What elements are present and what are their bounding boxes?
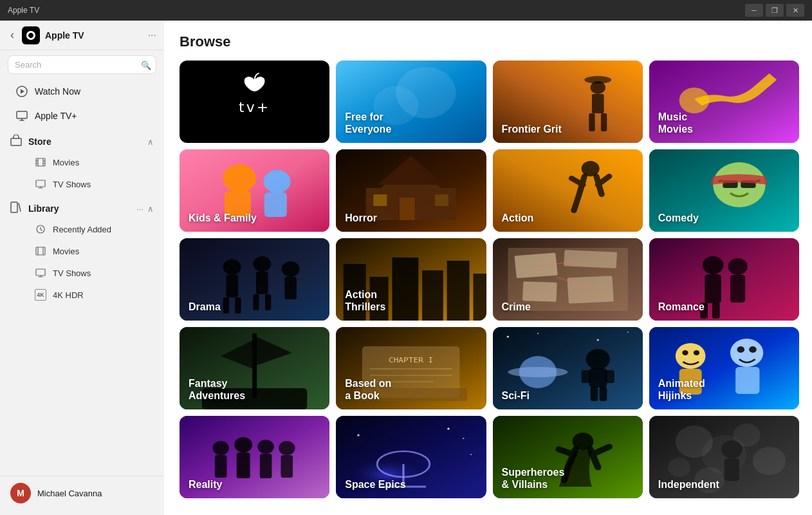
- sidebar-item-tv-shows[interactable]: TV Shows: [5, 174, 159, 194]
- genre-card-space-epics[interactable]: Space Epics: [336, 416, 486, 498]
- svg-rect-102: [605, 370, 614, 383]
- fantasy-adventures-label: FantasyAdventures: [189, 377, 245, 402]
- genre-card-kids-family[interactable]: Kids & Family: [180, 149, 329, 232]
- lib-tv-shows-label: TV Shows: [53, 268, 91, 278]
- sidebar-top: ‹ Apple TV ···: [0, 21, 164, 50]
- svg-rect-54: [253, 294, 259, 310]
- svg-point-96: [627, 332, 628, 333]
- genre-card-superheroes-villains[interactable]: Superheroes& Villains: [493, 416, 643, 498]
- library-section-header: Library ··· ∧: [0, 195, 164, 218]
- svg-rect-101: [581, 370, 590, 383]
- genre-card-action-thrillers[interactable]: ActionThrillers: [336, 238, 486, 321]
- svg-point-130: [357, 435, 359, 436]
- svg-point-117: [234, 437, 252, 453]
- apple-tv-icon: [22, 26, 40, 44]
- sidebar-item-watch-now[interactable]: Watch Now: [5, 80, 159, 103]
- genre-card-sci-fi[interactable]: Sci-Fi: [493, 327, 643, 409]
- library-more-btn[interactable]: ···: [136, 204, 143, 214]
- independent-label: Independent: [658, 478, 719, 491]
- browse-title: Browse: [180, 33, 799, 50]
- svg-rect-49: [226, 275, 238, 297]
- music-movies-label: MusicMovies: [658, 111, 693, 135]
- genre-card-based-on-a-book[interactable]: CHAPTER I Based ona Book: [336, 327, 486, 409]
- minimize-button[interactable]: ─: [745, 4, 763, 17]
- library-title: Library: [28, 203, 59, 214]
- superheroes-villains-label: Superheroes& Villains: [502, 466, 565, 491]
- svg-point-44: [713, 162, 766, 207]
- tv-icon: [15, 109, 28, 122]
- film2-icon: [35, 245, 46, 257]
- svg-rect-16: [36, 269, 45, 276]
- genre-card-action[interactable]: Action: [493, 149, 643, 232]
- user-name: Michael Cavanna: [37, 489, 102, 498]
- 4k-icon: 4K: [35, 289, 46, 301]
- svg-point-98: [508, 367, 567, 377]
- search-input[interactable]: [8, 55, 156, 74]
- sci-fi-label: Sci-Fi: [502, 389, 530, 402]
- main-content: Browse tv+: [164, 21, 812, 515]
- genre-card-reality[interactable]: Reality: [180, 416, 329, 498]
- genre-card-drama[interactable]: Drama: [180, 238, 329, 321]
- svg-point-129: [463, 438, 464, 439]
- svg-point-32: [264, 170, 291, 193]
- svg-rect-118: [237, 453, 250, 478]
- based-on-book-label: Based ona Book: [345, 377, 391, 402]
- svg-rect-13: [36, 247, 45, 255]
- svg-rect-34: [264, 192, 287, 217]
- svg-rect-120: [260, 454, 272, 478]
- store-section-header: Store ∧: [0, 128, 164, 151]
- title-bar-controls: ─ ❐ ✕: [745, 4, 804, 17]
- svg-point-121: [279, 441, 295, 455]
- genre-card-comedy[interactable]: Comedy: [649, 149, 799, 232]
- store-chevron[interactable]: ∧: [147, 137, 154, 147]
- genre-card-fantasy-adventures[interactable]: FantasyAdventures: [180, 327, 329, 409]
- svg-point-119: [257, 440, 274, 454]
- genre-card-frontier-grit[interactable]: Frontier Grit: [493, 61, 643, 143]
- film-icon: [35, 156, 46, 168]
- genre-card-free-for-everyone[interactable]: Free forEveryone: [336, 61, 486, 143]
- sidebar-search: 🔍: [8, 55, 156, 74]
- svg-rect-122: [281, 455, 293, 478]
- svg-rect-26: [589, 113, 595, 131]
- sidebar-item-lib-movies[interactable]: Movies: [5, 241, 159, 261]
- genre-card-animated-hijinks[interactable]: AnimatedHijinks: [649, 327, 799, 409]
- svg-rect-100: [589, 368, 607, 388]
- svg-point-24: [590, 81, 605, 94]
- sidebar-item-4k-hdr[interactable]: 4K 4K HDR: [5, 285, 159, 305]
- svg-point-31: [223, 164, 256, 192]
- genre-card-crime[interactable]: Crime: [493, 238, 643, 321]
- close-button[interactable]: ✕: [786, 4, 804, 17]
- sidebar-item-apple-tv-plus[interactable]: Apple TV+: [5, 104, 159, 127]
- animated-hijinks-label: AnimatedHijinks: [658, 377, 705, 402]
- sidebar: ‹ Apple TV ··· 🔍 Watch Now: [0, 21, 164, 515]
- library-controls: ··· ∧: [136, 204, 154, 214]
- sidebar-item-lib-tv-shows[interactable]: TV Shows: [5, 263, 159, 283]
- movies-label: Movies: [53, 158, 79, 167]
- store-title: Store: [28, 136, 51, 147]
- back-button[interactable]: ‹: [8, 26, 17, 44]
- svg-rect-64: [474, 274, 486, 321]
- genre-card-horror[interactable]: Horror: [336, 149, 486, 232]
- svg-rect-25: [591, 94, 604, 113]
- restore-button[interactable]: ❐: [766, 4, 784, 17]
- sidebar-item-recently-added[interactable]: Recently Added: [5, 219, 159, 239]
- kids-family-label: Kids & Family: [189, 212, 257, 224]
- svg-point-48: [223, 259, 241, 275]
- genre-card-romance[interactable]: Romance: [649, 238, 799, 321]
- clock-icon: [35, 223, 46, 235]
- svg-rect-11: [11, 202, 17, 212]
- user-initial: M: [17, 488, 24, 498]
- svg-rect-57: [284, 277, 297, 299]
- genre-card-independent[interactable]: Independent: [649, 416, 799, 498]
- svg-rect-51: [235, 297, 241, 314]
- genre-card-apple-tv-plus[interactable]: tv+: [180, 61, 329, 143]
- sidebar-more-button[interactable]: ···: [148, 30, 156, 41]
- app-body: ‹ Apple TV ··· 🔍 Watch Now: [0, 21, 812, 515]
- 4k-hdr-label: 4K HDR: [53, 290, 84, 300]
- genre-card-music-movies[interactable]: MusicMovies: [649, 61, 799, 143]
- svg-point-52: [253, 256, 271, 272]
- sidebar-item-movies[interactable]: Movies: [5, 152, 159, 173]
- library-chevron[interactable]: ∧: [147, 204, 154, 214]
- genre-grid: tv+: [180, 61, 799, 498]
- sidebar-app-title: Apple TV: [45, 30, 143, 41]
